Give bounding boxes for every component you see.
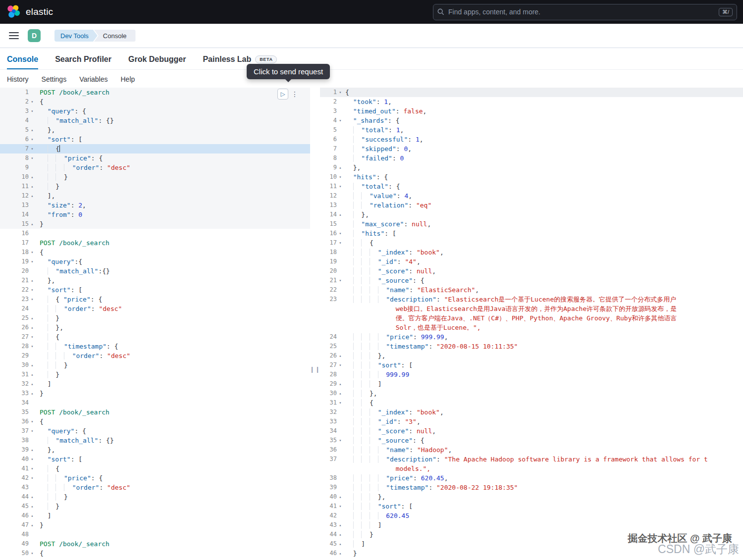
fold-toggle-icon[interactable]: ▾ — [337, 360, 344, 370]
code-line[interactable]: 42 620.45 — [320, 511, 743, 520]
code-line[interactable]: 30▴ } — [0, 360, 310, 370]
fold-toggle-icon[interactable]: ▾ — [337, 116, 344, 125]
code-line[interactable]: models.", — [320, 464, 743, 473]
fold-toggle-icon[interactable]: ▴ — [29, 502, 36, 511]
global-search[interactable]: ⌘/ — [433, 4, 737, 20]
code-line[interactable]: 39▴ }, — [0, 445, 310, 455]
code-line[interactable]: web接口。Elasticsearch是用Java语言开发的，并作为Apache… — [320, 304, 743, 313]
code-line[interactable]: 20 "_score": null, — [320, 266, 743, 276]
code-line[interactable]: 7 "skipped": 0, — [320, 144, 743, 153]
code-line[interactable]: 13 "relation": "eq" — [320, 201, 743, 210]
fold-toggle-icon[interactable]: ▾ — [29, 285, 36, 295]
code-line[interactable]: 5▴ }, — [0, 125, 310, 135]
code-line[interactable]: 15▴} — [0, 219, 310, 229]
code-line[interactable]: 49POST /book/_search — [0, 539, 310, 549]
fold-toggle-icon[interactable]: ▴ — [29, 125, 36, 135]
fold-toggle-icon[interactable]: ▴ — [29, 520, 36, 530]
fold-toggle-icon[interactable]: ▴ — [29, 313, 36, 323]
fold-toggle-icon[interactable]: ▴ — [29, 445, 36, 455]
breadcrumb-item-console[interactable]: Console — [94, 30, 136, 42]
fold-toggle-icon[interactable]: ▾ — [29, 342, 36, 351]
fold-toggle-icon[interactable]: ▾ — [29, 332, 36, 342]
fold-toggle-icon[interactable]: ▴ — [29, 379, 36, 389]
code-line[interactable]: 43 "order": "desc" — [0, 483, 310, 492]
code-line[interactable]: 44▴ } — [0, 492, 310, 502]
request-options-icon[interactable]: ⋮ — [291, 89, 298, 100]
fold-toggle-icon[interactable]: ▾ — [29, 153, 36, 163]
fold-toggle-icon[interactable]: ▾ — [29, 455, 36, 464]
code-line[interactable]: 35POST /book/_search — [0, 407, 310, 417]
fold-toggle-icon[interactable]: ▴ — [29, 182, 36, 191]
menu-item-history[interactable]: History — [7, 75, 29, 83]
fold-toggle-icon[interactable]: ▾ — [29, 97, 36, 106]
fold-toggle-icon[interactable]: ▴ — [337, 549, 344, 557]
fold-toggle-icon[interactable]: ▴ — [29, 323, 36, 332]
code-line[interactable]: 36 "name": "Hadoop", — [320, 445, 743, 455]
fold-toggle-icon[interactable]: ▴ — [337, 210, 344, 219]
breadcrumb-item-dev-tools[interactable]: Dev Tools — [54, 30, 98, 42]
code-line[interactable]: 10▾ "hits": { — [320, 172, 743, 182]
code-line[interactable]: 39 "timestamp": "2020-08-22 19:18:35" — [320, 483, 743, 492]
code-line[interactable]: 27▾ "sort": [ — [320, 360, 743, 370]
pane-splitter[interactable]: ❙❙ — [310, 88, 320, 557]
fold-toggle-icon[interactable]: ▾ — [337, 502, 344, 511]
code-line[interactable]: 5 "total": 1, — [320, 125, 743, 135]
code-line[interactable]: 46▴ } — [320, 549, 743, 557]
code-line[interactable]: 14▴ }, — [320, 210, 743, 219]
response-viewer[interactable]: 1▾{2 "took": 1,3 "timed_out": false,4▾ "… — [320, 88, 743, 557]
code-line[interactable]: 27▾ { — [0, 332, 310, 342]
tab-search-profiler[interactable]: Search Profiler — [55, 55, 111, 69]
fold-toggle-icon[interactable]: ▴ — [29, 172, 36, 182]
code-line[interactable]: 9▴ }, — [320, 163, 743, 172]
fold-toggle-icon[interactable]: ▾ — [29, 417, 36, 426]
code-line[interactable]: Solr，也是基于Lucene。", — [320, 323, 743, 332]
code-line[interactable]: 2 "took": 1, — [320, 97, 743, 106]
fold-toggle-icon[interactable]: ▾ — [29, 473, 36, 483]
code-line[interactable]: 43▴ ] — [320, 520, 743, 530]
fold-toggle-icon[interactable]: ▾ — [29, 257, 36, 266]
code-line[interactable]: 31▾ { — [320, 398, 743, 407]
fold-toggle-icon[interactable]: ▴ — [29, 360, 36, 370]
code-line[interactable]: 46▴ ] — [0, 511, 310, 520]
fold-toggle-icon[interactable]: ▴ — [29, 389, 36, 398]
code-line[interactable]: 45▴ } — [0, 502, 310, 511]
code-line[interactable]: 40▴ }, — [320, 492, 743, 502]
code-line[interactable]: 11▾ "total": { — [320, 182, 743, 191]
code-line[interactable]: 12▴ ], — [0, 191, 310, 201]
fold-toggle-icon[interactable]: ▾ — [29, 106, 36, 116]
code-line[interactable]: 50▾{ — [0, 549, 310, 557]
code-line[interactable]: 23 "description": "Elasticsearch是一个基于Luc… — [320, 295, 743, 304]
code-line[interactable]: 28 999.99 — [320, 370, 743, 379]
code-line[interactable]: 22 "name": "ElasticSearch", — [320, 285, 743, 295]
fold-toggle-icon[interactable]: ▾ — [337, 182, 344, 191]
menu-item-help[interactable]: Help — [120, 75, 135, 83]
code-line[interactable]: 32 "_index": "book", — [320, 407, 743, 417]
code-line[interactable]: 3 "timed_out": false, — [320, 106, 743, 116]
code-line[interactable]: 21▴ }, — [0, 276, 310, 285]
code-line[interactable]: 便。官方客户端在Java、.NET（C#）、PHP、Python、Apache … — [320, 313, 743, 323]
code-line[interactable]: 2▾{ — [0, 97, 310, 106]
code-line[interactable]: 21▾ "_source": { — [320, 276, 743, 285]
fold-toggle-icon[interactable]: ▾ — [29, 426, 36, 436]
fold-toggle-icon[interactable]: ▾ — [29, 464, 36, 473]
fold-toggle-icon[interactable]: ▴ — [337, 539, 344, 549]
code-line[interactable]: 29 "order": "desc" — [0, 351, 310, 360]
code-line[interactable]: 7▾ { — [0, 144, 310, 153]
code-line[interactable]: 35▾ "_source": { — [320, 436, 743, 445]
code-line[interactable]: 48 — [0, 530, 310, 539]
code-line[interactable]: 16▾ "hits": [ — [320, 229, 743, 238]
code-line[interactable]: 17▾ { — [320, 238, 743, 248]
fold-toggle-icon[interactable]: ▴ — [29, 492, 36, 502]
fold-toggle-icon[interactable]: ▴ — [337, 163, 344, 172]
code-line[interactable]: 33▴} — [0, 389, 310, 398]
code-line[interactable]: 42▾ "price": { — [0, 473, 310, 483]
code-line[interactable]: 3▾ "query": { — [0, 106, 310, 116]
fold-toggle-icon[interactable]: ▾ — [29, 549, 36, 557]
code-line[interactable]: 19▾ "query":{ — [0, 257, 310, 266]
code-line[interactable]: 25▴ } — [0, 313, 310, 323]
tab-console[interactable]: Console — [7, 55, 38, 69]
code-line[interactable]: 1POST /book/_search — [0, 88, 310, 97]
fold-toggle-icon[interactable]: ▴ — [337, 389, 344, 398]
space-avatar[interactable]: D — [28, 29, 41, 42]
fold-toggle-icon[interactable]: ▴ — [337, 520, 344, 530]
